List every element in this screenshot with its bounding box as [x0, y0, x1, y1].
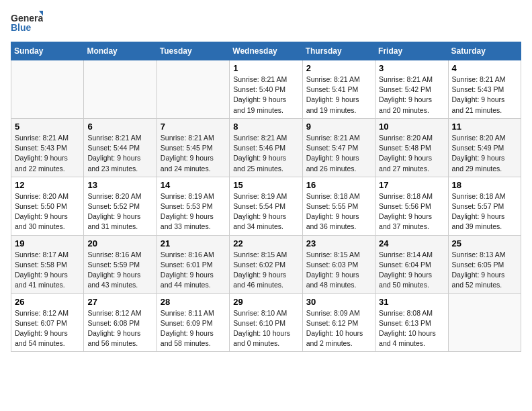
weekday-header: Saturday	[448, 42, 521, 60]
day-number: 28	[161, 297, 226, 307]
calendar-week-row: 1Sunrise: 8:21 AM Sunset: 5:40 PM Daylig…	[11, 60, 521, 119]
day-info: Sunrise: 8:17 AM Sunset: 5:58 PM Dayligh…	[15, 250, 80, 291]
day-number: 29	[233, 297, 298, 307]
calendar-cell: 5Sunrise: 8:21 AM Sunset: 5:43 PM Daylig…	[11, 118, 84, 177]
day-info: Sunrise: 8:21 AM Sunset: 5:47 PM Dayligh…	[306, 133, 371, 174]
day-number: 20	[87, 238, 152, 248]
calendar-cell: 20Sunrise: 8:16 AM Sunset: 5:59 PM Dayli…	[84, 235, 157, 293]
calendar-cell: 15Sunrise: 8:19 AM Sunset: 5:54 PM Dayli…	[230, 177, 302, 235]
day-info: Sunrise: 8:20 AM Sunset: 5:49 PM Dayligh…	[452, 133, 517, 174]
svg-text:Blue: Blue	[11, 22, 32, 33]
calendar-cell	[157, 60, 229, 119]
day-info: Sunrise: 8:11 AM Sunset: 6:09 PM Dayligh…	[161, 308, 226, 349]
weekday-header: Tuesday	[157, 42, 229, 60]
day-number: 10	[379, 122, 444, 132]
day-number: 4	[452, 63, 517, 73]
day-info: Sunrise: 8:16 AM Sunset: 5:59 PM Dayligh…	[87, 250, 152, 291]
day-info: Sunrise: 8:19 AM Sunset: 5:54 PM Dayligh…	[233, 191, 298, 232]
calendar-cell	[448, 293, 521, 352]
day-info: Sunrise: 8:21 AM Sunset: 5:40 PM Dayligh…	[233, 75, 298, 116]
day-number: 6	[87, 122, 152, 132]
calendar-cell: 3Sunrise: 8:21 AM Sunset: 5:42 PM Daylig…	[375, 60, 448, 119]
day-number: 14	[161, 180, 226, 190]
weekday-header: Thursday	[302, 42, 375, 60]
calendar-cell: 29Sunrise: 8:10 AM Sunset: 6:10 PM Dayli…	[230, 293, 302, 352]
weekday-header: Monday	[84, 42, 157, 60]
day-number: 30	[306, 297, 371, 307]
logo: General Blue	[11, 11, 43, 35]
calendar-cell: 30Sunrise: 8:09 AM Sunset: 6:12 PM Dayli…	[302, 293, 375, 352]
day-number: 27	[87, 297, 152, 307]
calendar-table: SundayMondayTuesdayWednesdayThursdayFrid…	[11, 42, 521, 352]
day-info: Sunrise: 8:21 AM Sunset: 5:44 PM Dayligh…	[87, 133, 152, 174]
day-number: 18	[452, 180, 517, 190]
day-info: Sunrise: 8:10 AM Sunset: 6:10 PM Dayligh…	[233, 308, 298, 349]
header: General Blue	[11, 11, 521, 35]
day-number: 2	[306, 63, 371, 73]
calendar-week-row: 19Sunrise: 8:17 AM Sunset: 5:58 PM Dayli…	[11, 235, 521, 293]
calendar-cell: 8Sunrise: 8:21 AM Sunset: 5:46 PM Daylig…	[230, 118, 302, 177]
day-info: Sunrise: 8:21 AM Sunset: 5:43 PM Dayligh…	[452, 75, 517, 116]
day-number: 13	[87, 180, 152, 190]
calendar-cell	[84, 60, 157, 119]
weekday-header: Friday	[375, 42, 448, 60]
day-number: 11	[452, 122, 517, 132]
day-info: Sunrise: 8:18 AM Sunset: 5:56 PM Dayligh…	[379, 191, 444, 232]
logo-svg: General Blue	[11, 11, 43, 35]
calendar-cell: 17Sunrise: 8:18 AM Sunset: 5:56 PM Dayli…	[375, 177, 448, 235]
day-number: 25	[452, 238, 517, 248]
calendar-cell: 4Sunrise: 8:21 AM Sunset: 5:43 PM Daylig…	[448, 60, 521, 119]
day-info: Sunrise: 8:12 AM Sunset: 6:07 PM Dayligh…	[15, 308, 80, 349]
weekday-header: Sunday	[11, 42, 84, 60]
day-info: Sunrise: 8:18 AM Sunset: 5:55 PM Dayligh…	[306, 191, 371, 232]
weekday-header: Wednesday	[230, 42, 302, 60]
day-number: 24	[379, 238, 444, 248]
day-info: Sunrise: 8:20 AM Sunset: 5:50 PM Dayligh…	[15, 191, 80, 232]
day-number: 7	[161, 122, 226, 132]
day-number: 21	[161, 238, 226, 248]
day-number: 23	[306, 238, 371, 248]
calendar-header-row: SundayMondayTuesdayWednesdayThursdayFrid…	[11, 42, 521, 60]
calendar-cell: 14Sunrise: 8:19 AM Sunset: 5:53 PM Dayli…	[157, 177, 229, 235]
day-number: 17	[379, 180, 444, 190]
day-info: Sunrise: 8:21 AM Sunset: 5:43 PM Dayligh…	[15, 133, 80, 174]
calendar-cell: 22Sunrise: 8:15 AM Sunset: 6:02 PM Dayli…	[230, 235, 302, 293]
calendar-cell: 23Sunrise: 8:15 AM Sunset: 6:03 PM Dayli…	[302, 235, 375, 293]
calendar-cell: 19Sunrise: 8:17 AM Sunset: 5:58 PM Dayli…	[11, 235, 84, 293]
day-number: 16	[306, 180, 371, 190]
calendar-cell: 12Sunrise: 8:20 AM Sunset: 5:50 PM Dayli…	[11, 177, 84, 235]
day-number: 5	[15, 122, 80, 132]
calendar-cell: 25Sunrise: 8:13 AM Sunset: 6:05 PM Dayli…	[448, 235, 521, 293]
day-number: 15	[233, 180, 298, 190]
calendar-cell: 24Sunrise: 8:14 AM Sunset: 6:04 PM Dayli…	[375, 235, 448, 293]
calendar-cell: 16Sunrise: 8:18 AM Sunset: 5:55 PM Dayli…	[302, 177, 375, 235]
calendar-week-row: 12Sunrise: 8:20 AM Sunset: 5:50 PM Dayli…	[11, 177, 521, 235]
day-info: Sunrise: 8:21 AM Sunset: 5:41 PM Dayligh…	[306, 75, 371, 116]
calendar-cell: 9Sunrise: 8:21 AM Sunset: 5:47 PM Daylig…	[302, 118, 375, 177]
calendar-cell: 6Sunrise: 8:21 AM Sunset: 5:44 PM Daylig…	[84, 118, 157, 177]
calendar-cell: 28Sunrise: 8:11 AM Sunset: 6:09 PM Dayli…	[157, 293, 229, 352]
calendar-cell: 13Sunrise: 8:20 AM Sunset: 5:52 PM Dayli…	[84, 177, 157, 235]
day-number: 3	[379, 63, 444, 73]
day-info: Sunrise: 8:20 AM Sunset: 5:52 PM Dayligh…	[87, 191, 152, 232]
calendar-cell: 31Sunrise: 8:08 AM Sunset: 6:13 PM Dayli…	[375, 293, 448, 352]
day-number: 22	[233, 238, 298, 248]
day-number: 9	[306, 122, 371, 132]
calendar-week-row: 26Sunrise: 8:12 AM Sunset: 6:07 PM Dayli…	[11, 293, 521, 352]
day-info: Sunrise: 8:20 AM Sunset: 5:48 PM Dayligh…	[379, 133, 444, 174]
calendar-cell: 11Sunrise: 8:20 AM Sunset: 5:49 PM Dayli…	[448, 118, 521, 177]
day-info: Sunrise: 8:12 AM Sunset: 6:08 PM Dayligh…	[87, 308, 152, 349]
calendar-cell: 1Sunrise: 8:21 AM Sunset: 5:40 PM Daylig…	[230, 60, 302, 119]
day-info: Sunrise: 8:21 AM Sunset: 5:42 PM Dayligh…	[379, 75, 444, 116]
day-info: Sunrise: 8:15 AM Sunset: 6:02 PM Dayligh…	[233, 250, 298, 291]
day-number: 12	[15, 180, 80, 190]
day-info: Sunrise: 8:19 AM Sunset: 5:53 PM Dayligh…	[161, 191, 226, 232]
day-info: Sunrise: 8:08 AM Sunset: 6:13 PM Dayligh…	[379, 308, 444, 349]
calendar-cell: 7Sunrise: 8:21 AM Sunset: 5:45 PM Daylig…	[157, 118, 229, 177]
day-number: 19	[15, 238, 80, 248]
day-info: Sunrise: 8:16 AM Sunset: 6:01 PM Dayligh…	[161, 250, 226, 291]
calendar-cell	[11, 60, 84, 119]
calendar-cell: 21Sunrise: 8:16 AM Sunset: 6:01 PM Dayli…	[157, 235, 229, 293]
calendar-cell: 10Sunrise: 8:20 AM Sunset: 5:48 PM Dayli…	[375, 118, 448, 177]
day-info: Sunrise: 8:09 AM Sunset: 6:12 PM Dayligh…	[306, 308, 371, 349]
